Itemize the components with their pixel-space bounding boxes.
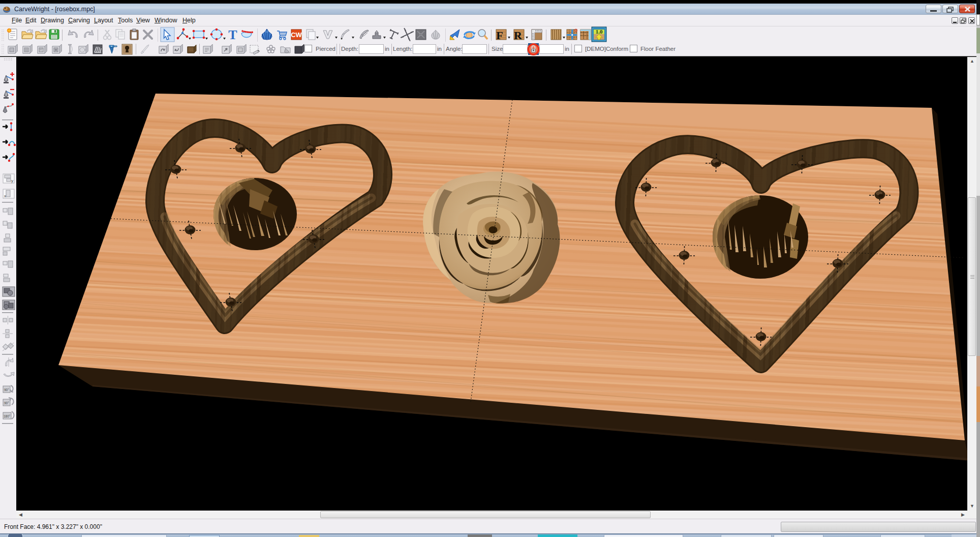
svg-text:90°: 90° [4,388,9,392]
svg-text:F: F [496,29,503,42]
svg-text:y: y [11,178,13,183]
svg-text:T: T [228,27,237,42]
svg-text:1.0: 1.0 [596,28,603,35]
svg-text:180°: 180° [4,414,11,418]
svg-text:CW: CW [291,31,302,39]
svg-text:R: R [514,29,523,42]
svg-text:x: x [4,194,6,198]
svg-text:90°: 90° [4,401,9,405]
